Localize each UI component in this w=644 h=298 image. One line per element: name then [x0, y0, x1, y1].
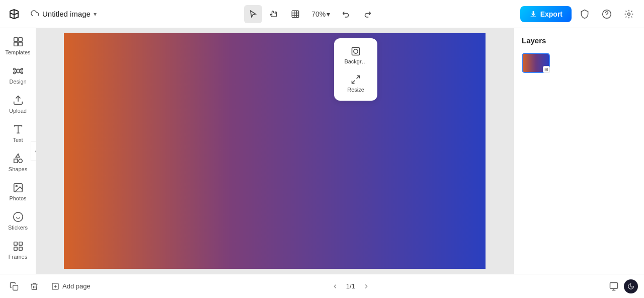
sidebar-item-design[interactable]: Design: [2, 61, 34, 89]
logo-icon[interactable]: [6, 6, 22, 22]
sidebar-item-templates[interactable]: Templates: [2, 32, 34, 59]
topbar-center: 70% ▾: [105, 5, 516, 23]
undo-button[interactable]: [337, 5, 355, 23]
add-page-button[interactable]: Add page: [46, 279, 96, 293]
settings-button[interactable]: [620, 5, 638, 23]
svg-rect-30: [352, 48, 360, 55]
svg-rect-36: [610, 282, 618, 288]
svg-point-23: [13, 212, 22, 221]
layer-thumbnail-badge: ⊞: [543, 66, 550, 73]
help-icon: [602, 9, 612, 19]
svg-rect-4: [18, 38, 22, 41]
zoom-level: 70%: [311, 10, 326, 18]
resize-tool-button[interactable]: Resize: [338, 70, 373, 97]
text-icon: [13, 124, 24, 135]
sidebar-item-text[interactable]: Text: [2, 120, 34, 147]
canvas-wrapper: [64, 33, 486, 269]
bottom-right: [606, 278, 638, 294]
canvas-area[interactable]: Backgr… Resize: [36, 28, 513, 274]
shield-icon-button[interactable]: [576, 5, 594, 23]
layer-thumbnail[interactable]: ⊞: [522, 53, 550, 73]
layers-title: Layers: [514, 28, 644, 49]
bottom-center: 1/1: [100, 279, 602, 293]
bottom-bar: Add page 1/1: [0, 274, 644, 298]
zoom-chevron-icon: ▾: [327, 10, 330, 18]
svg-rect-3: [14, 38, 17, 41]
main-area: Templates Design Uploa: [0, 28, 644, 274]
page-indicator: 1/1: [346, 282, 355, 290]
pan-tool-button[interactable]: [265, 5, 283, 23]
delete-page-button[interactable]: [26, 278, 42, 294]
zoom-control[interactable]: 70% ▾: [307, 8, 334, 20]
background-icon: [351, 46, 361, 56]
sidebar-item-shapes[interactable]: Shapes: [2, 149, 34, 176]
shield-icon: [580, 9, 590, 19]
help-button[interactable]: [598, 5, 616, 23]
trash-icon: [30, 282, 39, 291]
present-icon: [609, 281, 619, 291]
add-page-label: Add page: [62, 282, 91, 290]
templates-icon: [13, 36, 24, 47]
topbar-right: Export: [520, 5, 638, 23]
design-icon: [13, 65, 24, 77]
present-button[interactable]: [606, 278, 622, 294]
left-sidebar: Templates Design Uploa: [0, 28, 36, 274]
upload-icon: [13, 95, 24, 106]
next-page-button[interactable]: [359, 279, 373, 293]
resize-icon: [351, 74, 361, 85]
settings-icon: [624, 9, 634, 19]
file-name-area[interactable]: Untitled image ▾: [26, 7, 101, 21]
prev-page-button[interactable]: [328, 279, 342, 293]
svg-rect-28: [14, 247, 17, 250]
add-page-icon: [51, 282, 59, 290]
frame-tool-button[interactable]: [286, 5, 304, 23]
duplicate-icon: [10, 282, 19, 291]
cloud-icon: [30, 9, 40, 19]
svg-rect-27: [19, 242, 22, 245]
svg-point-8: [13, 68, 15, 70]
next-page-icon: [363, 283, 370, 290]
svg-rect-6: [18, 42, 22, 46]
right-panel: Layers ⊞: [513, 28, 644, 274]
topbar: Untitled image ▾ 70% ▾: [0, 0, 644, 28]
prev-page-icon: [332, 283, 339, 290]
sidebar-item-stickers[interactable]: Stickers: [2, 207, 34, 235]
svg-point-11: [21, 72, 23, 74]
svg-point-19: [18, 159, 22, 163]
svg-rect-29: [19, 247, 22, 250]
svg-rect-0: [292, 11, 299, 18]
svg-rect-32: [13, 285, 18, 290]
shapes-icon: [13, 153, 24, 164]
photos-icon: [13, 182, 24, 193]
file-name: Untitled image: [42, 10, 91, 18]
svg-point-31: [354, 49, 358, 53]
svg-point-22: [16, 185, 17, 187]
redo-button[interactable]: [358, 5, 376, 23]
chevron-down-icon: ▾: [94, 11, 97, 18]
svg-point-7: [16, 69, 20, 72]
select-tool-button[interactable]: [244, 5, 262, 23]
svg-rect-20: [14, 159, 17, 163]
export-button[interactable]: Export: [520, 6, 572, 22]
frames-icon: [13, 241, 24, 252]
canvas[interactable]: [64, 33, 486, 269]
stickers-icon: [13, 211, 24, 222]
svg-rect-26: [14, 242, 17, 245]
sidebar-item-frames[interactable]: Frames: [2, 237, 34, 264]
background-tool-button[interactable]: Backgr…: [338, 42, 373, 68]
svg-point-9: [21, 68, 23, 70]
duplicate-page-button[interactable]: [6, 278, 22, 294]
sidebar-item-upload[interactable]: Upload: [2, 91, 34, 118]
sidebar-item-photos[interactable]: Photos: [2, 178, 34, 205]
moon-icon: [627, 283, 634, 290]
svg-rect-5: [14, 42, 17, 46]
svg-point-2: [628, 13, 630, 15]
dark-mode-button[interactable]: [624, 279, 638, 293]
svg-point-10: [13, 72, 15, 74]
floating-toolbar: Backgr… Resize: [334, 38, 377, 101]
export-icon: [529, 10, 537, 18]
